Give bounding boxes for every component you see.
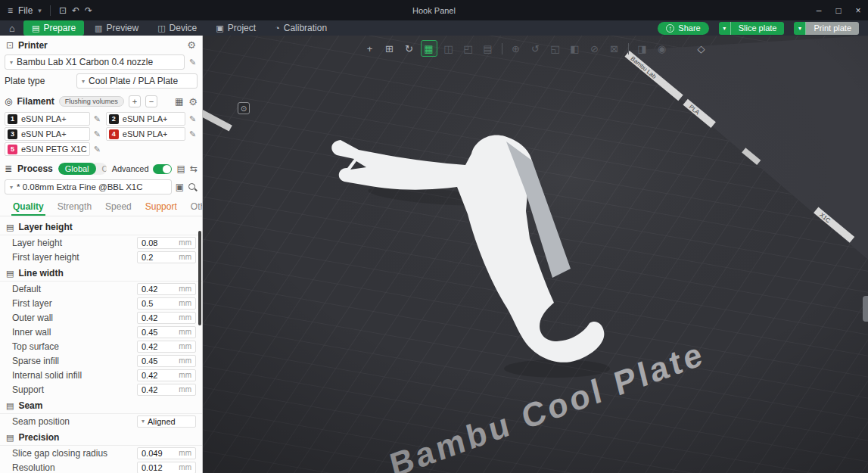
- sidebar-scrollbar[interactable]: [198, 231, 201, 325]
- filament-settings-gear-icon[interactable]: ⚙: [188, 96, 198, 107]
- process-tab-support[interactable]: Support: [138, 199, 184, 216]
- filament-combo[interactable]: 5eSUN PETG X1C: [5, 142, 90, 156]
- tab-calibration[interactable]: ◔Calibration: [266, 20, 335, 36]
- printer-settings-gear-icon[interactable]: ⚙: [187, 39, 196, 51]
- param-input[interactable]: 0.45mm: [137, 355, 196, 367]
- tab-prepare[interactable]: ▤Prepare: [23, 20, 84, 36]
- tab-label: Project: [228, 23, 256, 33]
- process-tab-others[interactable]: Others: [184, 199, 203, 216]
- plate-type-select[interactable]: ▾ Cool Plate / PLA Plate: [76, 73, 198, 89]
- edit-filament-icon[interactable]: ✎: [92, 129, 102, 139]
- home-icon[interactable]: ⌂: [3, 20, 21, 36]
- assembly-view-icon[interactable]: ◇: [693, 40, 710, 57]
- process-tab-speed[interactable]: Speed: [98, 199, 138, 216]
- param-input[interactable]: 0.049mm: [137, 447, 196, 459]
- add-plate-icon[interactable]: ⊞: [381, 40, 398, 57]
- param-select[interactable]: ▾Aligned: [137, 415, 196, 428]
- param-input[interactable]: 0.2mm: [137, 251, 196, 263]
- param-input[interactable]: 0.45mm: [137, 326, 196, 338]
- param-row: Seam position▾Aligned: [0, 414, 202, 428]
- arrange-icon[interactable]: ▦: [421, 40, 437, 57]
- search-icon[interactable]: [188, 182, 198, 192]
- split-to-parts-icon: ◰: [460, 40, 477, 57]
- filament-section-header: ◎ Filament Flushing volumes + − ▦ ⚙: [0, 91, 202, 110]
- edit-printer-icon[interactable]: ✎: [188, 58, 198, 67]
- close-button[interactable]: ×: [848, 0, 868, 20]
- param-label: Seam position: [12, 416, 70, 427]
- param-label: Inner wall: [12, 327, 51, 338]
- param-value: 0.45: [142, 356, 157, 366]
- param-input[interactable]: 0.012mm: [137, 462, 196, 473]
- printer-select[interactable]: ▾ Bambu Lab X1 Carbon 0.4 nozzle: [5, 54, 185, 70]
- filament-grid: 1eSUN PLA+✎2eSUN PLA+✎3eSUN PLA+✎4eSUN P…: [0, 110, 202, 157]
- filament-name: eSUN PLA+: [123, 129, 168, 138]
- chevron-down-icon[interactable]: ▾: [38, 7, 42, 14]
- ams-icon[interactable]: ▦: [175, 96, 183, 107]
- param-row: Layer height0.08mm: [0, 235, 202, 250]
- file-menu[interactable]: File: [18, 5, 33, 16]
- app-menu-icon[interactable]: ≡: [8, 5, 13, 16]
- param-input[interactable]: 0.5mm: [137, 297, 196, 310]
- tab-preview[interactable]: ▥Preview: [86, 20, 147, 36]
- print-plate-button[interactable]: ▾ Print plate: [794, 22, 859, 35]
- redo-icon[interactable]: ↷: [85, 5, 92, 16]
- filament-combo[interactable]: 2eSUN PLA+: [106, 112, 185, 126]
- process-tab-quality[interactable]: Quality: [6, 199, 51, 216]
- edit-filament-icon[interactable]: ✎: [92, 114, 102, 124]
- filament-name: eSUN PLA+: [21, 114, 67, 123]
- viewport-3d[interactable]: Bambu Lab PLA X1C Bambu Cool Plate: [203, 36, 868, 473]
- remove-filament-button[interactable]: −: [145, 95, 157, 107]
- filament-combo[interactable]: 4eSUN PLA+: [106, 127, 185, 141]
- param-section-header[interactable]: ▤Precision: [0, 428, 202, 446]
- view-all-settings-icon[interactable]: ▤: [177, 163, 185, 174]
- param-input[interactable]: 0.42mm: [137, 312, 196, 324]
- param-input[interactable]: 0.08mm: [137, 237, 196, 249]
- edit-filament-icon[interactable]: ✎: [92, 145, 102, 154]
- add-filament-button[interactable]: +: [129, 95, 141, 107]
- param-input[interactable]: 0.42mm: [137, 283, 196, 295]
- slice-plate-button[interactable]: ▾ Slice plate: [719, 22, 785, 35]
- section-icon: ▤: [6, 222, 14, 232]
- model-shadow: [504, 359, 610, 378]
- section-title: Layer height: [18, 222, 72, 232]
- auto-orient-icon[interactable]: ↻: [401, 40, 418, 57]
- flushing-volumes-button[interactable]: Flushing volumes: [59, 96, 124, 107]
- share-label: Share: [678, 23, 700, 33]
- plate-settings-icon[interactable]: ⊙: [238, 102, 250, 114]
- right-panel-handle[interactable]: [863, 296, 868, 322]
- process-tab-strength[interactable]: Strength: [51, 199, 98, 216]
- share-button[interactable]: ↑ Share: [658, 22, 708, 35]
- maximize-button[interactable]: □: [829, 0, 848, 20]
- monitor-icon[interactable]: ⊡: [59, 5, 67, 16]
- print-dropdown-icon[interactable]: ▾: [794, 22, 806, 35]
- tab-device[interactable]: ◫Device: [149, 20, 205, 36]
- minimize-button[interactable]: –: [809, 0, 829, 20]
- advanced-toggle[interactable]: [153, 164, 172, 174]
- filament-slot: 2eSUN PLA+✎: [106, 112, 198, 126]
- filament-title: Filament: [17, 96, 54, 107]
- slice-dropdown-icon[interactable]: ▾: [719, 22, 731, 35]
- param-section-header[interactable]: ▤Layer height: [0, 218, 202, 235]
- param-section-header[interactable]: ▤Seam: [0, 397, 202, 414]
- compare-presets-icon[interactable]: ⇆: [190, 163, 198, 174]
- param-input[interactable]: 0.42mm: [137, 384, 196, 396]
- global-objects-toggle[interactable]: Global Objects: [58, 163, 107, 175]
- main-tabs: ▤Prepare▥Preview◫Device▣Project◔Calibrat…: [23, 20, 335, 36]
- edit-filament-icon[interactable]: ✎: [188, 114, 198, 124]
- param-value: 0.049: [142, 449, 163, 458]
- param-input[interactable]: 0.42mm: [137, 341, 196, 353]
- param-section-header[interactable]: ▤Line width: [0, 264, 202, 282]
- filament-combo[interactable]: 1eSUN PLA+: [5, 112, 90, 126]
- filament-slot: 3eSUN PLA+✎: [5, 127, 102, 141]
- save-preset-icon[interactable]: ▣: [176, 182, 184, 192]
- objects-segment[interactable]: Objects: [96, 164, 107, 173]
- global-segment[interactable]: Global: [58, 163, 96, 175]
- filament-combo[interactable]: 3eSUN PLA+: [5, 127, 90, 141]
- process-preset-select[interactable]: ▾ * 0.08mm Extra Fine @BBL X1C: [5, 179, 172, 194]
- tab-project[interactable]: ▣Project: [207, 20, 264, 36]
- edit-filament-icon[interactable]: ✎: [188, 129, 198, 139]
- add-model-icon[interactable]: +: [362, 40, 378, 57]
- divider: [50, 5, 51, 16]
- param-input[interactable]: 0.42mm: [137, 369, 196, 381]
- undo-icon[interactable]: ↶: [72, 5, 79, 16]
